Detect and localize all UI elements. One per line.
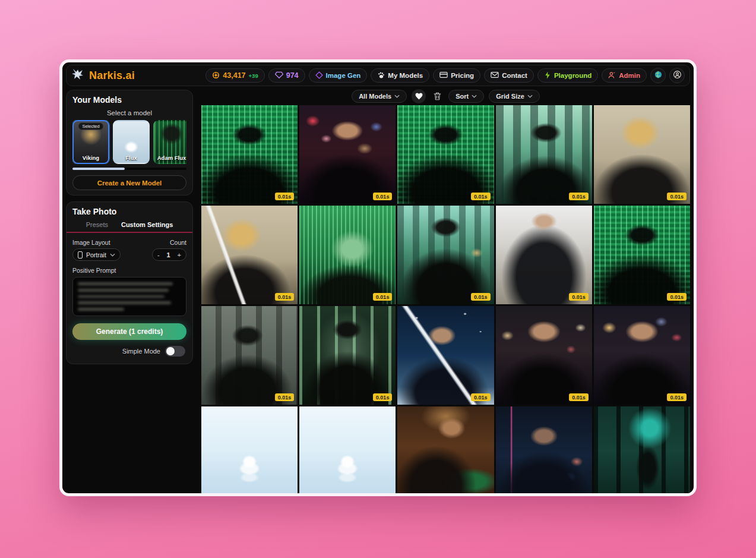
gallery-image-man-sunglasses-armchair-matrix-rain-2[interactable]: 0.01s: [397, 105, 494, 204]
gallery-image-man-sword-night-snow[interactable]: 0.01s: [397, 306, 494, 405]
gallery-image-man-green-tint-matrix-closeup[interactable]: 0.01s: [299, 206, 396, 304]
generation-time-badge: 0.01s: [471, 293, 491, 301]
tab-divider: [67, 232, 192, 233]
nav-label: Pricing: [451, 72, 474, 79]
count-value: 1: [165, 251, 173, 258]
globe-icon: [654, 70, 663, 81]
coin-icon: [212, 71, 220, 80]
simple-mode-toggle[interactable]: [165, 346, 185, 357]
gallery-panel: All Models Sort Grid Size 0.01: [197, 87, 694, 496]
nav-item-pricing[interactable]: Pricing: [433, 68, 480, 83]
generation-time-badge: 0.01s: [275, 293, 295, 301]
gallery-image-white-mosque-misty-water[interactable]: 0.01s: [201, 406, 298, 496]
image-layout-select[interactable]: Portrait: [72, 248, 121, 261]
model-card-flux[interactable]: Flux: [113, 120, 150, 164]
gallery-image-man-hoodie-blue-neon-night[interactable]: 0.01s: [496, 406, 592, 496]
take-photo-card: Take Photo Presets Custom Settings Image…: [66, 201, 193, 364]
gems-badge[interactable]: 974: [268, 68, 305, 83]
navbar: Narkis.ai 43,417 +39 974 Image Gen: [66, 65, 690, 86]
count-plus-button[interactable]: +: [173, 251, 186, 258]
blurred-prompt-text: [78, 289, 169, 292]
gallery-image-man-fists-matrix-rain[interactable]: 0.01s: [594, 206, 690, 304]
nav-label: Image Gen: [326, 72, 361, 79]
blurred-prompt-text: [78, 301, 171, 304]
selected-badge: Selected: [78, 122, 103, 130]
generation-time-badge: 0.01s: [569, 293, 589, 301]
model-card-viking[interactable]: Selected Viking: [72, 120, 109, 164]
gallery-image-man-reaching-green-corridor[interactable]: 0.01s: [299, 306, 396, 405]
gallery-image-white-mosque-misty-water-2[interactable]: 0.01s: [299, 406, 396, 496]
gallery-image-man-portrait-street-night[interactable]: 0.01s: [496, 306, 592, 405]
nav-item-my-models[interactable]: My Models: [371, 68, 429, 83]
gallery-image-man-portrait-street-night-2[interactable]: 0.01s: [594, 306, 690, 405]
generation-time-badge: 0.01s: [471, 494, 491, 496]
grid-size-dropdown[interactable]: Grid Size: [489, 90, 540, 103]
create-new-model-button[interactable]: Create a New Model: [72, 175, 186, 190]
gallery-image-man-sunglasses-armchair-matrix-rain[interactable]: 0.01s: [201, 105, 298, 204]
gallery-image-man-sunglasses-green-skyline[interactable]: 0.01s: [496, 105, 592, 204]
model-carousel-scrollbar[interactable]: [72, 168, 186, 170]
chevron-down-icon: [394, 94, 400, 98]
gallery-image-man-fur-cloak-mountains[interactable]: 0.01s: [496, 206, 592, 304]
all-models-filter[interactable]: All Models: [352, 90, 407, 103]
gallery-image-blond-man-with-sword-stone[interactable]: 0.01s: [201, 206, 298, 304]
generation-time-badge: 0.01s: [569, 393, 589, 401]
gallery-image-man-suit-billiards-table[interactable]: 0.01s: [397, 406, 494, 496]
delete-button[interactable]: [431, 90, 444, 103]
heart-icon: [415, 93, 423, 100]
nav-item-admin[interactable]: Admin: [602, 68, 647, 83]
sort-dropdown[interactable]: Sort: [448, 90, 484, 103]
gallery-image-blond-man-stone-wall[interactable]: 0.01s: [594, 105, 690, 204]
positive-prompt-label: Positive Prompt: [72, 267, 186, 274]
gallery-image-man-portrait-city-neon-night[interactable]: 0.01s: [299, 105, 396, 204]
blurred-prompt-text: [78, 282, 173, 285]
generation-time-badge: 0.01s: [569, 494, 589, 496]
image-layout-label: Image Layout: [72, 239, 121, 246]
nav-label: Playground: [554, 72, 591, 79]
app-window: Narkis.ai 43,417 +39 974 Image Gen: [59, 59, 697, 496]
nav-label: Contact: [502, 72, 527, 79]
layout-value: Portrait: [86, 251, 106, 258]
simple-mode-label: Simple Mode: [122, 348, 160, 355]
trash-icon: [434, 92, 441, 100]
gem-icon: [275, 71, 283, 80]
gallery-grid: 0.01s0.01s0.01s0.01s0.01s0.01s0.01s0.01s…: [201, 105, 690, 496]
generation-time-badge: 0.01s: [471, 193, 491, 200]
generate-button[interactable]: Generate (1 credits): [72, 323, 186, 340]
count-minus-button[interactable]: -: [153, 251, 165, 258]
paw-icon: [377, 71, 385, 80]
nav-item-image-gen[interactable]: Image Gen: [309, 68, 368, 83]
scrollbar-thumb[interactable]: [72, 168, 125, 170]
blurred-prompt-text: [78, 308, 124, 311]
generation-time-badge: 0.01s: [275, 393, 295, 401]
generation-time-badge: 0.01s: [373, 393, 393, 401]
nav-item-contact[interactable]: Contact: [484, 68, 534, 83]
positive-prompt-textarea[interactable]: [72, 277, 186, 316]
admin-user-icon: [608, 71, 616, 80]
tab-custom-settings[interactable]: Custom Settings: [121, 221, 173, 232]
tab-presets[interactable]: Presets: [86, 221, 108, 232]
lightning-icon: [544, 71, 551, 80]
language-globe-button[interactable]: [650, 68, 666, 83]
generation-time-badge: 0.01s: [275, 494, 295, 496]
coins-value: 43,417: [223, 71, 245, 80]
account-button[interactable]: [669, 68, 685, 83]
generation-time-badge: 0.01s: [569, 193, 589, 200]
generation-time-badge: 0.01s: [667, 494, 687, 496]
nav-label: Admin: [619, 72, 640, 79]
credit-card-icon: [439, 71, 448, 80]
gems-value: 974: [286, 71, 299, 80]
chevron-down-icon: [110, 253, 115, 257]
nav-item-playground[interactable]: Playground: [537, 68, 598, 83]
model-card-adam-flux[interactable]: Adam Flux: [153, 120, 186, 164]
gallery-image-man-sunglasses-grey-columns[interactable]: 0.01s: [201, 306, 298, 405]
model-name: Adam Flux: [154, 155, 186, 161]
coins-badge[interactable]: 43,417 +39: [205, 68, 264, 83]
gallery-image-man-coat-forest-teal-smoke[interactable]: 0.01s: [594, 406, 690, 496]
portrait-icon: [78, 251, 83, 258]
brand[interactable]: Narkis.ai: [71, 68, 135, 83]
generation-time-badge: 0.01s: [373, 193, 393, 200]
generation-time-badge: 0.01s: [373, 494, 393, 496]
gallery-image-man-fist-raised-green-city[interactable]: 0.01s: [397, 206, 494, 304]
favorites-button[interactable]: [412, 89, 426, 103]
